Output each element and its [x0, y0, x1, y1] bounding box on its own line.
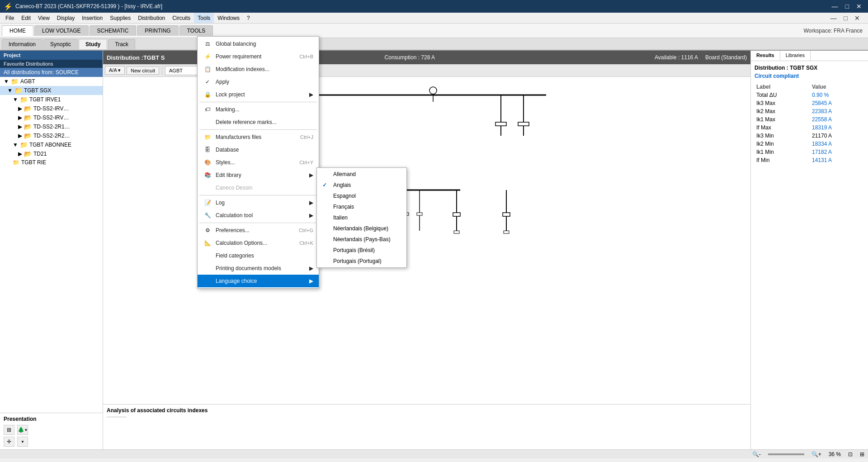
menu-item-manufacturers-files[interactable]: 📁Manufacturers filesCtrl+J — [198, 131, 319, 143]
tree-item-tgbt-sgx[interactable]: ▼ 📁 TGBT SGX — [0, 86, 103, 95]
table-row: If Max18319 A — [755, 124, 864, 132]
nav-tab-information[interactable]: Information — [2, 39, 42, 49]
tree-item-td-ss2-2r2[interactable]: ▶ 📂 TD-SS2-2R2… — [0, 131, 103, 140]
folder-icon: 📁 — [20, 141, 28, 148]
menu-item-power-requirement[interactable]: ⚡Power requirementCtrl+B — [198, 50, 319, 63]
menu-item-log[interactable]: 📝Log▶ — [198, 196, 319, 209]
menu-item-global-balancing[interactable]: ⚖Global balancing — [198, 38, 319, 50]
presentation-table-view-btn[interactable]: ⊞ — [4, 425, 14, 435]
tab-schematic[interactable]: SCHEMATIC — [90, 25, 137, 36]
printing-documents-arrow-icon: ▶ — [309, 265, 313, 271]
printing-documents-label: Printing documents models — [216, 265, 281, 271]
menu-item-calculation-options[interactable]: 📐Calculation Options...Ctrl+K — [198, 237, 319, 249]
menu-file[interactable]: File — [2, 13, 18, 23]
menu-item-printing-documents[interactable]: Printing documents models▶ — [198, 262, 319, 275]
tree-item-tgbt-irve1[interactable]: ▼ 📁 TGBT IRVE1 — [0, 95, 103, 104]
folder-icon: 📂 — [24, 114, 32, 121]
new-circuit-button[interactable]: New circuit — [127, 67, 159, 75]
manufacturers-files-icon: 📁 — [203, 133, 212, 142]
tree-item-td-ss2-irv1[interactable]: ▶ 📂 TD-SS2-IRV… — [0, 104, 103, 113]
menu-windows[interactable]: Windows — [214, 13, 243, 23]
menu-display[interactable]: Display — [53, 13, 78, 23]
menu-item-language-choice[interactable]: Language choice▶ — [198, 275, 319, 287]
right-tab-libraries[interactable]: Libraries — [780, 51, 811, 61]
menu-item-calculation-tool[interactable]: 🔧Calculation tool▶ — [198, 209, 319, 222]
table-cell-label: Ik3 Min — [755, 132, 810, 140]
tree-item-tgbt-rie[interactable]: 📁 TGBT RIE — [0, 158, 103, 167]
lang-item-allemand[interactable]: Allemand — [317, 169, 406, 180]
menu-item-apply[interactable]: ✓Apply — [198, 76, 319, 88]
menu-help[interactable]: ? — [243, 13, 254, 23]
tree-item-td-ss2-irv2[interactable]: ▶ 📂 TD-SS2-IRV… — [0, 113, 103, 122]
col-label: Label — [755, 83, 810, 91]
nav-tab-synoptic[interactable]: Synoptic — [43, 39, 78, 49]
lang-item-italien[interactable]: Italien — [317, 212, 406, 223]
inner-close-button[interactable]: ✕ — [852, 14, 863, 23]
menu-item-database[interactable]: 🗄Database — [198, 143, 319, 156]
presentation-diagram-btn[interactable]: ✛ — [4, 437, 14, 447]
lang-item-anglais[interactable]: ✓Anglais — [317, 180, 406, 191]
tab-home[interactable]: HOME — [2, 25, 33, 36]
global-balancing-icon: ⚖ — [203, 39, 212, 48]
maximize-button[interactable]: □ — [843, 2, 852, 11]
menu-tools[interactable]: Tools — [194, 13, 214, 23]
presentation-tree-view-btn[interactable]: 🌲 ▼ — [17, 425, 28, 435]
tree-item-td21[interactable]: ▶ 📂 TD21 — [0, 149, 103, 158]
tab-low-voltage[interactable]: LOW VOLTAGE — [34, 25, 89, 36]
tree-item-td-ss2-2r1[interactable]: ▶ 📂 TD-SS2-2R1… — [0, 122, 103, 131]
folder-icon: 📁 — [11, 78, 19, 85]
menu-insertion[interactable]: Insertion — [78, 13, 106, 23]
menu-item-delete-marks[interactable]: Delete reference marks... — [198, 116, 319, 129]
folder-icon: 📁 — [14, 87, 22, 94]
minimize-button[interactable]: — — [829, 2, 841, 11]
menu-distribution[interactable]: Distribution — [134, 13, 169, 23]
menu-item-preferences[interactable]: ⚙Preferences...Ctrl+G — [198, 224, 319, 237]
tree-item-agbt[interactable]: ▼ 📁 AGBT — [0, 77, 103, 86]
lang-item-portugais-portugal[interactable]: Portugais (Portugal) — [317, 256, 406, 267]
language-submenu: Allemand✓AnglaisEspagnolFrançaisItalienN… — [316, 167, 407, 268]
menu-item-lock-project[interactable]: 🔒Lock project▶ — [198, 88, 319, 101]
svg-rect-6 — [495, 122, 506, 126]
table-row: Ik1 Min17182 A — [755, 148, 864, 156]
chevron-right-icon: ▶ — [18, 133, 22, 139]
menu-item-field-categories[interactable]: Field categories — [198, 249, 319, 262]
menu-item-marking[interactable]: 🏷Marking... — [198, 103, 319, 116]
fit-icon[interactable]: ⊡ — [848, 451, 853, 457]
menu-separator — [199, 195, 317, 195]
expand-icon[interactable]: ⊞ — [860, 451, 864, 457]
nav-tab-track[interactable]: Track — [108, 39, 135, 49]
table-row: Total ΔU0.90 % — [755, 91, 864, 99]
lang-item-espagnol[interactable]: Espagnol — [317, 191, 406, 201]
tab-tools[interactable]: TOOLS — [179, 25, 213, 36]
lang-item-neerlandais-belgique[interactable]: Néerlandais (Belgique) — [317, 223, 406, 234]
lang-item-francais[interactable]: Français — [317, 201, 406, 212]
chevron-right-icon: ▶ — [18, 105, 22, 112]
zoom-slider[interactable] — [768, 453, 804, 455]
nav-tab-study[interactable]: Study — [79, 39, 107, 49]
aa-button[interactable]: A/A ▾ — [105, 66, 125, 75]
lock-project-label: Lock project — [216, 91, 245, 98]
menu-item-edit-library[interactable]: 📚Edit library▶ — [198, 169, 319, 181]
tab-printing[interactable]: PRINTING — [137, 25, 178, 36]
marking-label: Marking... — [216, 106, 240, 113]
menu-supplies[interactable]: Supplies — [106, 13, 134, 23]
left-panel: Project Favourite Distributions All dist… — [0, 51, 103, 449]
field-categories-icon — [203, 251, 212, 260]
lang-item-portugais-bresil[interactable]: Portugais (Brésil) — [317, 245, 406, 256]
lang-item-neerlandais-pays-bas[interactable]: Néerlandais (Pays-Bas) — [317, 234, 406, 245]
tree-item-tgbt-abonnee[interactable]: ▼ 📁 TGBT ABONNEE — [0, 140, 103, 149]
menu-item-styles[interactable]: 🎨Styles...Ctrl+Y — [198, 156, 319, 169]
inner-minimize-button[interactable]: — — [828, 14, 840, 23]
presentation-extra-btn[interactable]: ▼ — [17, 437, 28, 447]
menu-item-modification-indexes[interactable]: 📋Modification indexes... — [198, 63, 319, 76]
chevron-right-icon: ▶ — [18, 114, 22, 121]
all-distributions-label: All distributions from: SOURCE — [0, 68, 103, 77]
menu-edit[interactable]: Edit — [18, 13, 34, 23]
menu-view[interactable]: View — [34, 13, 53, 23]
presentation-label: Presentation — [4, 416, 99, 422]
inner-maximize-button[interactable]: □ — [841, 14, 850, 23]
right-tab-results[interactable]: Results — [751, 51, 780, 61]
menu-circuits[interactable]: Circuits — [169, 13, 194, 23]
folder-icon: 📂 — [24, 150, 32, 157]
close-button[interactable]: ✕ — [854, 2, 864, 11]
